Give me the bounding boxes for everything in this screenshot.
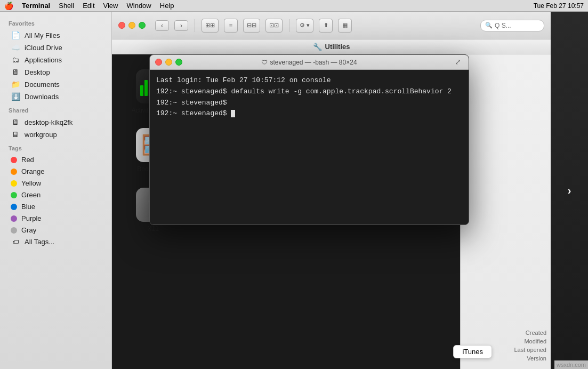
workgroup-icon: 🖥	[11, 130, 20, 139]
menu-bar: 🍎 Terminal Shell Edit View Window Help T…	[0, 0, 588, 12]
tag-label: Blue	[21, 203, 35, 211]
terminal-line-2: 192:~ stevenaged$ defaults write -g com.…	[156, 86, 462, 98]
finder-title-bar: 🔧 Utilities	[112, 39, 551, 54]
menu-help[interactable]: Help	[160, 2, 174, 10]
purple-dot-icon	[11, 215, 17, 222]
sidebar-item-documents[interactable]: 📁 Documents	[2, 78, 109, 90]
close-button[interactable]	[118, 22, 125, 29]
terminal-line-3: 192:~ stevenaged$	[156, 98, 462, 109]
forward-button[interactable]: ›	[174, 20, 188, 31]
view-column-btn[interactable]: ⊟⊟	[243, 19, 260, 33]
sidebar-tag-green[interactable]: Green	[2, 189, 109, 200]
expand-icon[interactable]: ⤢	[455, 58, 464, 67]
itunes-bar: iTunes	[453, 345, 492, 358]
sidebar-item-icloud-drive[interactable]: ☁️ iCloud Drive	[2, 42, 109, 53]
arrow-icon: ›	[568, 184, 571, 197]
created-label: Created	[526, 330, 546, 336]
terminal-controls	[155, 59, 182, 66]
view-icon-btn[interactable]: ⊞⊞	[202, 19, 219, 33]
toolbar-divider	[195, 19, 195, 32]
sidebar-item-desktop[interactable]: 🖥 Desktop	[2, 66, 109, 78]
tag-label: Red	[21, 156, 34, 164]
sidebar-tag-orange[interactable]: Orange	[2, 166, 109, 177]
version-label: Version	[527, 355, 546, 362]
finder-title: Utilities	[325, 43, 350, 51]
arrangement-btn[interactable]: ▦	[338, 19, 352, 33]
sidebar-item-all-my-files[interactable]: 📄 All My Files	[2, 29, 109, 41]
right-panel: Created Modified Last opened Version	[460, 54, 551, 369]
red-dot-icon	[11, 157, 17, 163]
sidebar-item-downloads[interactable]: ⬇️ Downloads	[2, 91, 109, 102]
terminal-close-button[interactable]	[155, 59, 162, 66]
terminal-line-4: 192:~ stevenaged$	[156, 108, 462, 119]
tags-label: Tags	[0, 141, 111, 154]
terminal-title-icon: 🛡	[261, 59, 268, 66]
bar2	[144, 80, 148, 96]
action-btn[interactable]: ⚙ ▾	[296, 19, 313, 33]
tag-label: Purple	[21, 214, 42, 222]
gray-dot-icon	[11, 227, 17, 234]
minimize-button[interactable]	[128, 22, 135, 29]
menu-terminal[interactable]: Terminal	[22, 2, 50, 10]
file-label: X11	[148, 225, 159, 232]
tag-label: Green	[21, 191, 41, 199]
blue-dot-icon	[11, 204, 17, 210]
documents-icon: 📁	[11, 80, 20, 89]
sidebar-item-label: desktop-kikq2fk	[25, 118, 73, 126]
sidebar-item-desktop-kikq2fk[interactable]: 🖥 desktop-kikq2fk	[2, 116, 109, 128]
sidebar-tag-all-tags[interactable]: 🏷 All Tags...	[2, 236, 109, 247]
downloads-icon: ⬇️	[11, 92, 20, 101]
terminal-window: 🛡 stevenaged — -bash — 80×24 ⤢ Last logi…	[149, 54, 469, 225]
all-tags-icon: 🏷	[11, 238, 20, 246]
menu-view[interactable]: View	[103, 2, 118, 10]
icloud-drive-icon: ☁️	[11, 43, 20, 52]
sidebar-item-label: workgroup	[25, 131, 57, 139]
sidebar-tag-gray[interactable]: Gray	[2, 224, 109, 236]
menu-window[interactable]: Window	[127, 2, 151, 10]
menu-edit[interactable]: Edit	[83, 2, 94, 10]
modified-label: Modified	[524, 338, 546, 344]
sidebar-tag-yellow[interactable]: Yellow	[2, 178, 109, 189]
terminal-maximize-button[interactable]	[175, 59, 182, 66]
finder-toolbar: ‹ › ⊞⊞ ≡ ⊟⊟ ⊡⊡ ⚙ ▾ ⬆ ▦ 🔍	[112, 12, 551, 39]
terminal-minimize-button[interactable]	[165, 59, 172, 66]
sidebar-tag-red[interactable]: Red	[2, 154, 109, 165]
bar1	[140, 85, 143, 96]
maximize-button[interactable]	[139, 22, 146, 29]
terminal-titlebar: 🛡 stevenaged — -bash — 80×24 ⤢	[150, 55, 469, 70]
itunes-button[interactable]: iTunes	[453, 345, 492, 358]
applications-icon: 🗂	[11, 55, 20, 64]
back-button[interactable]: ‹	[155, 20, 169, 31]
menu-clock: Tue Feb 27 10:57	[534, 2, 584, 10]
sidebar-item-label: Downloads	[25, 93, 59, 101]
all-my-files-icon: 📄	[11, 31, 20, 39]
search-box[interactable]: 🔍	[480, 20, 544, 31]
apple-logo-icon[interactable]: 🍎	[4, 2, 13, 10]
desktop-icon: 🖥	[11, 68, 20, 76]
terminal-cursor	[231, 110, 235, 117]
search-icon: 🔍	[485, 22, 493, 29]
sidebar-item-label: iCloud Drive	[25, 44, 62, 52]
terminal-line-1: Last login: Tue Feb 27 10:57:12 on conso…	[156, 75, 462, 86]
sidebar-tag-purple[interactable]: Purple	[2, 213, 109, 224]
tag-label: Orange	[21, 167, 44, 175]
sidebar-item-label: All My Files	[25, 31, 60, 39]
shared-label: Shared	[0, 103, 111, 116]
wsxdn-watermark: wsxdn.com	[554, 360, 588, 369]
sidebar-item-label: Applications	[25, 56, 62, 64]
view-list-btn[interactable]: ≡	[224, 19, 238, 33]
sidebar-item-applications[interactable]: 🗂 Applications	[2, 54, 109, 66]
share-btn[interactable]: ⬆	[319, 19, 333, 33]
view-cover-btn[interactable]: ⊡⊡	[265, 19, 283, 33]
menu-shell[interactable]: Shell	[59, 2, 74, 10]
green-dot-icon	[11, 192, 17, 198]
favorites-label: Favorites	[0, 16, 111, 29]
search-input[interactable]	[495, 22, 537, 29]
tag-label: All Tags...	[25, 238, 54, 246]
sidebar-tag-blue[interactable]: Blue	[2, 201, 109, 212]
last-opened-label: Last opened	[514, 347, 546, 353]
terminal-body: Last login: Tue Feb 27 10:57:12 on conso…	[150, 70, 469, 224]
main-container: Favorites 📄 All My Files ☁️ iCloud Drive…	[0, 12, 588, 369]
window-controls	[118, 22, 146, 29]
sidebar-item-workgroup[interactable]: 🖥 workgroup	[2, 129, 109, 140]
